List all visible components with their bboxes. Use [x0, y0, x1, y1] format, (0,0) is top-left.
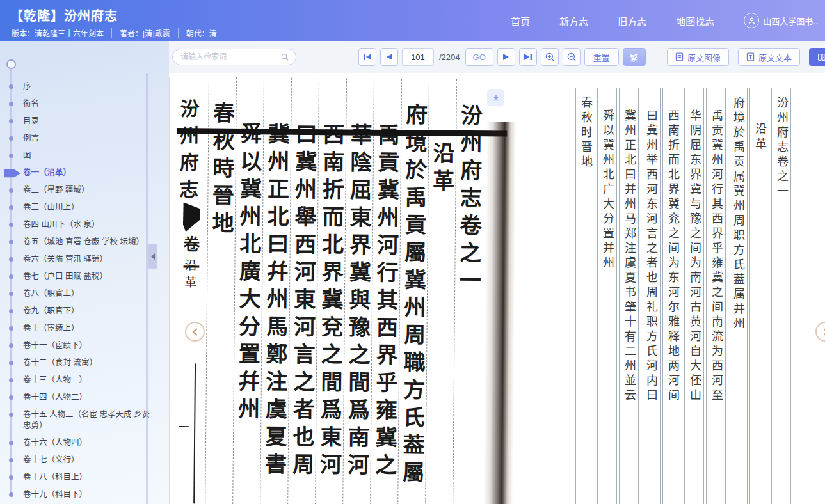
viewer-toolbar: /2204 GO 重置 繁 原文图像	[169, 41, 825, 73]
toc-item-label: 卷十五 人物三（名宦 忠孝天成 乡贤 忠勇）	[23, 410, 150, 430]
toc-item-label: 卷十八（科目上）	[23, 473, 87, 482]
toc-item-label: 卷五（城池 官署 仓廒 学校 坛壝）	[23, 237, 144, 246]
toc-item[interactable]: 卷六（关隘 营汛 驿铺）	[0, 251, 169, 268]
last-page-button[interactable]	[519, 48, 537, 66]
sidebar-splitter[interactable]	[146, 73, 148, 504]
zoom-out-icon	[566, 52, 577, 62]
zoom-in-button[interactable]	[541, 48, 559, 66]
toc-item-label: 卷二（星野 疆域）	[23, 185, 89, 194]
toc-item-label: 目录	[23, 116, 39, 125]
toc-item[interactable]: 卷十一（宦绩下）	[0, 337, 169, 354]
chevron-left-icon	[192, 328, 198, 336]
toc-item[interactable]: 卷四 山川下（水 泉）	[0, 216, 169, 233]
toc-item[interactable]: 卷十八（科目上）	[0, 469, 169, 486]
search-input[interactable]	[179, 52, 280, 62]
app-header: 【乾隆】汾州府志 版本：清乾隆三十六年刻本著者：[清]戴震朝代：清 首页新方志旧…	[0, 0, 825, 41]
scan-text-column: 沿革	[425, 79, 456, 504]
user-account[interactable]: 山西大学图书...	[744, 13, 820, 28]
bullet-icon	[9, 378, 13, 382]
page-spine: 汾州府志 卷一 沿革 一	[169, 77, 208, 503]
page-number-input[interactable]	[402, 48, 434, 66]
toc-item[interactable]: 图	[0, 147, 169, 164]
toc-item-label: 卷七（户口 田赋 盐税）	[23, 272, 108, 281]
toc-item-label: 卷十九（科目下）	[23, 490, 87, 499]
bullet-icon	[9, 154, 13, 158]
collapse-left-icon	[151, 253, 155, 260]
image-text-compare-button[interactable]: 图	[809, 48, 825, 66]
bullet-icon	[9, 326, 13, 331]
toc-item[interactable]: 卷二（星野 疆域）	[0, 182, 169, 199]
original-image-button[interactable]: 原文图像	[667, 48, 729, 66]
next-page-icon	[502, 53, 510, 61]
toc-item[interactable]: 卷七（户口 田赋 盐税）	[0, 268, 169, 285]
next-image-button[interactable]	[815, 322, 825, 342]
toc-item[interactable]: 卷十四（人物二）	[0, 389, 169, 406]
user-avatar-icon	[744, 13, 759, 28]
book-title: 【乾隆】汾州府志	[10, 6, 118, 24]
toc-item[interactable]: 目录	[0, 113, 169, 130]
transcript-column: 春秋时晋地	[575, 88, 595, 504]
bullet-icon	[9, 361, 13, 365]
toc-item-label: 例言	[23, 134, 39, 143]
bullet-icon	[9, 274, 13, 279]
toc-item[interactable]: 卷十（宦绩上）	[0, 320, 169, 337]
toc-item-label: 序	[23, 82, 31, 91]
viewer-content: 汾州府志卷之一沿革府境於禹貢屬冀州周職方氏葢屬并州禹貢冀州河行其西界乎雍冀之間南…	[169, 73, 825, 504]
book-meta-field: 版本：清乾隆三十六年刻本	[12, 28, 111, 38]
scan-image-viewport[interactable]: 汾州府志卷之一沿革府境於禹貢屬冀州周職方氏葢屬并州禹貢冀州河行其西界乎雍冀之間南…	[169, 77, 531, 504]
download-icon	[492, 93, 501, 102]
next-page-button[interactable]	[497, 48, 515, 66]
toc-item[interactable]: 序	[0, 78, 169, 95]
toc-item[interactable]: 衔名	[0, 95, 169, 113]
transcript-column: 华阴屈东界冀与豫之间为南河古黄河自大伾山	[684, 88, 704, 504]
bullet-icon	[9, 84, 13, 89]
download-button[interactable]	[487, 89, 504, 106]
search-box[interactable]	[172, 49, 296, 65]
toc-item[interactable]: 卷十五 人物三（名宦 忠孝天成 乡贤 忠勇）	[0, 406, 169, 434]
chevron-right-icon	[822, 328, 825, 336]
bullet-icon	[9, 102, 13, 106]
original-text-button[interactable]: 原文文本	[738, 48, 800, 66]
nav-link[interactable]: 首页	[511, 14, 530, 28]
zoom-out-button[interactable]	[563, 48, 581, 66]
toc-item[interactable]: 例言	[0, 130, 169, 147]
nav-link[interactable]: 地图找志	[676, 14, 714, 28]
bullet-icon	[9, 136, 13, 141]
toc-item[interactable]: 卷三（山川上）	[0, 199, 169, 216]
nav-link[interactable]: 旧方志	[618, 14, 646, 28]
bullet-icon	[9, 458, 13, 462]
toc-item[interactable]: 卷九（职官下）	[0, 303, 169, 320]
prev-page-button[interactable]	[380, 48, 398, 66]
first-page-button[interactable]	[358, 48, 376, 66]
toc-item[interactable]: 卷十三（人物一）	[0, 372, 169, 389]
prev-image-button[interactable]	[185, 322, 205, 342]
toc-sidebar: 序 衔名 目录 例言 图 卷一（沿革）	[0, 41, 169, 504]
reset-button[interactable]: 重置	[584, 48, 619, 66]
traditional-toggle-button[interactable]: 繁	[623, 48, 646, 66]
transcript-column: 西南折而北界冀兖之间为东河尔雅释地两河间	[662, 88, 682, 504]
toc-item[interactable]: 卷十二（食封 流寓）	[0, 354, 169, 372]
sidebar-collapse-handle[interactable]	[148, 244, 157, 269]
scanned-page: 汾州府志卷之一沿革府境於禹貢屬冀州周職方氏葢屬并州禹貢冀州河行其西界乎雍冀之間南…	[169, 77, 531, 504]
book-meta-field: 著者：[清]戴震	[111, 28, 178, 38]
document-text-icon	[746, 52, 755, 61]
toc-item[interactable]: 卷十七（义行）	[0, 452, 169, 469]
nav-link[interactable]: 新方志	[559, 14, 588, 28]
toc-item-label: 卷四 山川下（水 泉）	[23, 220, 99, 229]
toc-item[interactable]: 卷一（沿革）	[0, 164, 169, 182]
page-number: 一	[179, 418, 189, 434]
scan-text-column: 曰冀州舉西河東河言之者也周禮職方氏河	[287, 78, 319, 504]
transcript-column: 禹贡冀州河行其西界乎雍冀之间南流为西河至	[706, 88, 726, 504]
toc-item[interactable]: 卷十九（科目下）	[0, 486, 169, 503]
bullet-icon	[9, 475, 13, 480]
toc-item[interactable]: 卷五（城池 官署 仓廒 学校 坛壝）	[0, 233, 169, 251]
scan-text-column: 冀州正北曰幷州馬鄭注虞夏書肇十有二州	[260, 77, 291, 504]
toc-item[interactable]: 卷十六（人物四）	[0, 434, 169, 452]
go-button[interactable]: GO	[465, 48, 493, 66]
bullet-icon	[9, 119, 13, 123]
transcript-column: 沿革	[749, 88, 769, 504]
transcript-panel: 汾州府志卷之一沿革府境於禹贡属冀州周职方氏葢属并州禹贡冀州河行其西界乎雍冀之间南…	[573, 88, 791, 504]
toc-item-label: 图	[23, 151, 31, 160]
scan-text-column: 舜以冀州北廣大分置幷州	[232, 77, 264, 504]
toc-item[interactable]: 卷八（职官上）	[0, 285, 169, 303]
